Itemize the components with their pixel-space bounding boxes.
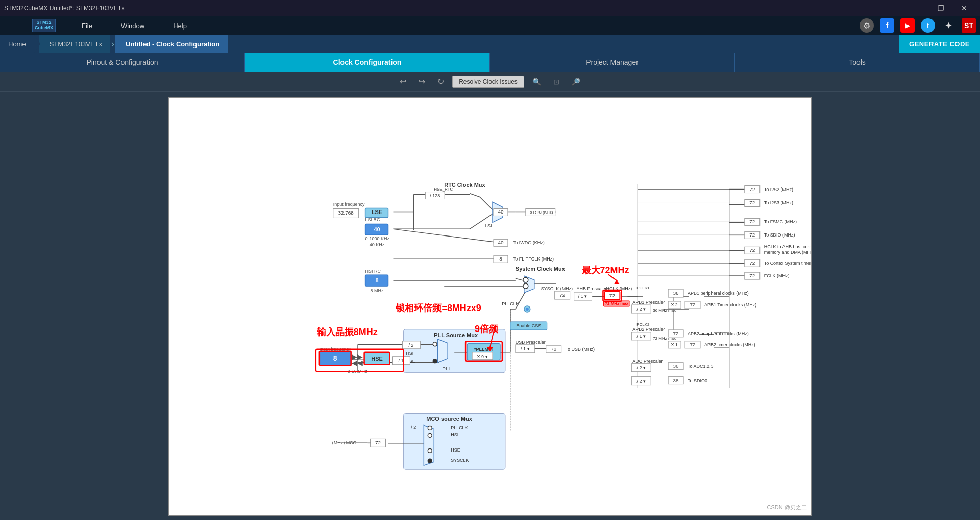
- svg-text:memory and DMA (MHz): memory and DMA (MHz): [764, 250, 811, 255]
- svg-text:40: 40: [498, 240, 504, 245]
- titlebar-left: STM32CubeMX Untitled*: STM32F103VETx: [4, 5, 125, 12]
- menubar: STM32 CubeMX File Window Help ⚙ f ▶ t ✦ …: [0, 16, 980, 35]
- svg-text:APB1 peripheral clocks (MHz): APB1 peripheral clocks (MHz): [688, 291, 749, 296]
- svg-text:72: 72: [749, 232, 755, 238]
- svg-text:To RTC (KHz): To RTC (KHz): [528, 210, 553, 215]
- svg-text:72: 72: [690, 342, 696, 347]
- svg-text:APB2 Prescaler: APB2 Prescaler: [632, 327, 665, 332]
- svg-text:72 MHz max: 72 MHz max: [605, 301, 629, 306]
- undo-button[interactable]: ↩: [396, 75, 410, 88]
- svg-text:LSI: LSI: [485, 223, 492, 228]
- refresh-button[interactable]: ↻: [433, 75, 448, 88]
- svg-text:72: 72: [749, 273, 755, 278]
- svg-text:To SDIO0: To SDIO0: [688, 378, 707, 383]
- window-controls: — ❐ ✕: [905, 0, 976, 16]
- breadcrumb-chip[interactable]: STM32F103VETx: [39, 35, 110, 53]
- svg-line-51: [393, 229, 500, 243]
- svg-text:HSI: HSI: [451, 432, 458, 437]
- svg-point-87: [433, 342, 437, 346]
- svg-text:To ADC1,2,3: To ADC1,2,3: [688, 364, 713, 369]
- svg-text:APB1 Prescaler: APB1 Prescaler: [632, 300, 665, 305]
- svg-text:72: 72: [749, 260, 755, 266]
- svg-text:8: 8: [333, 354, 337, 362]
- svg-text:PCLK1: PCLK1: [636, 286, 650, 290]
- svg-text:40: 40: [498, 209, 504, 215]
- svg-text:40 KHz: 40 KHz: [370, 242, 385, 247]
- svg-text:HSE: HSE: [451, 447, 460, 453]
- svg-text:To USB (MHz): To USB (MHz): [566, 347, 595, 352]
- icon-star[interactable]: ✦: [941, 18, 955, 33]
- clock-diagram: PLL Source Mux MCO source Mux RTC Clock …: [168, 97, 812, 516]
- svg-text:To IWDG (KHz): To IWDG (KHz): [513, 240, 545, 245]
- watermark: CSDN @刃之二: [767, 504, 807, 511]
- svg-text:To Cortex System timer (MHz): To Cortex System timer (MHz): [764, 261, 811, 266]
- svg-text:X 2: X 2: [671, 302, 677, 308]
- fit-button[interactable]: ⊡: [549, 76, 564, 88]
- svg-point-88: [433, 359, 437, 363]
- icon-settings[interactable]: ⚙: [860, 18, 874, 33]
- svg-text:/ 2  ▾: / 2 ▾: [637, 306, 646, 312]
- svg-text:72: 72: [749, 200, 755, 205]
- svg-text:/ 2: / 2: [408, 343, 413, 348]
- svg-text:/ 2: / 2: [411, 424, 416, 430]
- svg-text:FCLK (MHz): FCLK (MHz): [764, 273, 790, 278]
- generate-code-button[interactable]: GENERATE CODE: [899, 35, 980, 53]
- svg-text:72: 72: [749, 219, 755, 224]
- zoom-out-button[interactable]: 🔍: [568, 76, 584, 88]
- tab-pinout[interactable]: Pinout & Configuration: [0, 53, 245, 72]
- svg-text:PLLCLK: PLLCLK: [451, 425, 468, 430]
- close-button[interactable]: ✕: [952, 0, 976, 16]
- svg-text:36: 36: [673, 290, 679, 296]
- svg-text:/ 1  ▾: / 1 ▾: [521, 346, 529, 351]
- redo-button[interactable]: ↪: [414, 75, 429, 88]
- svg-text:To I2S3 (MHz): To I2S3 (MHz): [764, 200, 793, 205]
- svg-text:72: 72: [749, 247, 755, 253]
- svg-text:HSE_RTC: HSE_RTC: [434, 187, 453, 192]
- tab-clock[interactable]: Clock Configuration: [245, 53, 490, 72]
- menu-file[interactable]: File: [78, 20, 96, 32]
- svg-text:APB2 peripheral clocks (MHz): APB2 peripheral clocks (MHz): [688, 331, 749, 336]
- svg-text:72: 72: [749, 186, 755, 192]
- titlebar: STM32CubeMX Untitled*: STM32F103VETx — ❐…: [0, 0, 980, 16]
- svg-point-99: [523, 277, 528, 282]
- icon-youtube[interactable]: ▶: [900, 18, 915, 33]
- menu-window[interactable]: Window: [117, 20, 149, 32]
- svg-text:72: 72: [609, 293, 616, 298]
- breadcrumb-active[interactable]: Untitled - Clock Configuration: [115, 35, 228, 53]
- svg-text:/ 128: / 128: [430, 193, 440, 198]
- zoom-in-button[interactable]: 🔍: [528, 76, 545, 88]
- svg-text:锁相环倍频=8MHzx9: 锁相环倍频=8MHzx9: [395, 303, 481, 313]
- svg-point-209: [428, 459, 432, 463]
- resolve-clock-button[interactable]: Resolve Clock Issues: [452, 76, 524, 88]
- breadcrumb: Home › STM32F103VETx › Untitled - Clock …: [0, 35, 980, 53]
- svg-text:APB1 Timer clocks (MHz): APB1 Timer clocks (MHz): [704, 302, 756, 308]
- svg-text:/ 1  ▾: / 1 ▾: [578, 294, 587, 299]
- svg-text:To FSMC (MHz): To FSMC (MHz): [764, 219, 797, 224]
- breadcrumb-home[interactable]: Home: [0, 35, 34, 53]
- svg-text:To FLITFCLK (MHz): To FLITFCLK (MHz): [513, 256, 554, 262]
- svg-text:/ 1  ▾: / 1 ▾: [637, 334, 646, 339]
- tab-navigation: Pinout & Configuration Clock Configurati…: [0, 53, 980, 72]
- svg-point-207: [428, 433, 432, 437]
- tab-tools[interactable]: Tools: [735, 53, 980, 72]
- svg-text:HSE: HSE: [371, 356, 383, 362]
- tab-project[interactable]: Project Manager: [490, 53, 735, 72]
- minimize-button[interactable]: —: [905, 0, 929, 16]
- svg-marker-57: [437, 339, 448, 363]
- icon-twitter[interactable]: t: [921, 18, 935, 33]
- svg-point-206: [428, 426, 432, 430]
- menu-help[interactable]: Help: [169, 20, 191, 32]
- main-content: PLL Source Mux MCO source Mux RTC Clock …: [0, 92, 980, 520]
- icon-facebook[interactable]: f: [880, 18, 894, 33]
- titlebar-title: STM32CubeMX Untitled*: STM32F103VETx: [4, 5, 125, 12]
- svg-text:0-1000 KHz: 0-1000 KHz: [365, 236, 390, 241]
- restore-button[interactable]: ❐: [929, 0, 952, 16]
- svg-point-96: [526, 308, 529, 311]
- svg-text:8: 8: [499, 256, 502, 262]
- svg-text:◀◀: ◀◀: [352, 359, 363, 367]
- icon-st[interactable]: ST: [962, 18, 976, 33]
- svg-text:72: 72: [551, 346, 557, 352]
- logo-box: STM32 CubeMX: [32, 19, 56, 32]
- svg-text:72: 72: [690, 302, 696, 308]
- svg-text:PLL Source Mux: PLL Source Mux: [434, 332, 478, 338]
